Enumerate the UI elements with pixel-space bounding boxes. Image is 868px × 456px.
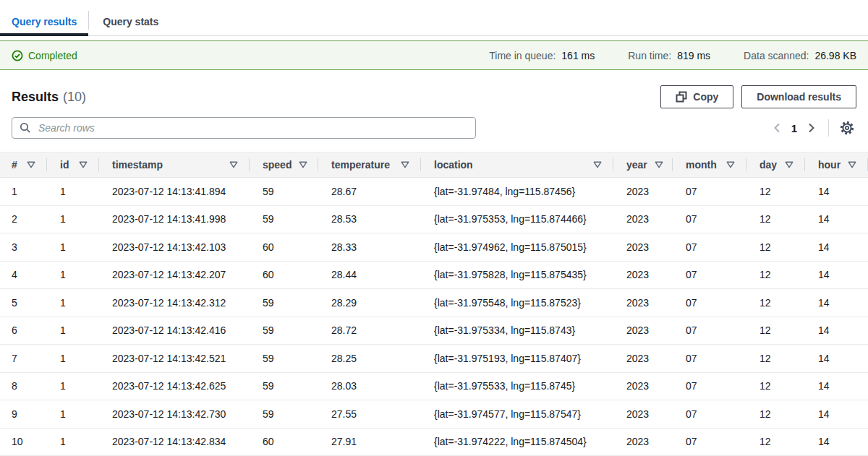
table-cell: 1 xyxy=(47,429,99,456)
table-cell: 28.72 xyxy=(318,317,421,345)
table-row: 712023-07-12 14:13:42.5215928.25{lat=-31… xyxy=(0,345,868,373)
table-cell: 28.67 xyxy=(318,178,421,205)
table-cell: 12 xyxy=(746,262,805,289)
table-cell: 14 xyxy=(805,400,868,428)
results-count: (10) xyxy=(63,90,86,105)
table-cell: 2023 xyxy=(613,400,673,428)
column-header-label: location xyxy=(434,159,473,171)
metric-data-scanned: Data scanned: 26.98 KB xyxy=(744,50,856,61)
table-cell: 2023 xyxy=(613,317,673,345)
search-icon xyxy=(20,122,31,137)
table-row: 912023-07-12 14:13:42.7305927.55{lat=-31… xyxy=(0,400,868,429)
table-cell: 2023 xyxy=(613,178,673,205)
table-cell: 2023 xyxy=(613,233,673,261)
table-cell: {lat=-31.975548, lng=115.87523} xyxy=(421,289,613,317)
column-header-label: year xyxy=(626,159,647,171)
table-cell: 28.03 xyxy=(318,373,421,400)
table-cell: 07 xyxy=(673,289,746,317)
table-cell: 2023-07-12 14:13:42.834 xyxy=(99,429,250,456)
column-filter-icon[interactable] xyxy=(778,161,793,168)
table-cell: 07 xyxy=(673,400,746,428)
pagination-next-button[interactable] xyxy=(802,119,821,137)
table-cell: 07 xyxy=(673,233,746,261)
column-header-label: id xyxy=(60,159,69,171)
status-text: Completed xyxy=(28,50,77,61)
table-cell: 2023-07-12 14:13:41.894 xyxy=(99,178,250,205)
table-body: 112023-07-12 14:13:41.8945928.67{lat=-31… xyxy=(0,178,868,456)
table-cell: 59 xyxy=(250,206,318,233)
table-cell: 6 xyxy=(0,317,47,345)
pagination-prev-button[interactable] xyxy=(767,119,786,137)
table-cell: 7 xyxy=(0,345,47,372)
table-cell: 2023-07-12 14:13:42.312 xyxy=(99,289,250,317)
table-cell: 10 xyxy=(0,429,47,456)
table-cell: {lat=-31.975193, lng=115.87407} xyxy=(421,345,613,372)
table-cell: 14 xyxy=(805,429,868,456)
column-header: speed xyxy=(250,152,318,177)
column-filter-icon[interactable] xyxy=(586,161,602,168)
column-filter-icon[interactable] xyxy=(222,161,238,168)
metric-time-in-queue: Time in queue: 161 ms xyxy=(489,50,595,61)
table-cell: 1 xyxy=(47,233,99,261)
settings-button[interactable] xyxy=(838,119,856,137)
table-cell: 28.29 xyxy=(318,289,421,317)
table-cell: 59 xyxy=(250,178,318,205)
table-cell: 28.53 xyxy=(318,206,421,233)
table-cell: {lat=-31.975828, lng=115.875435} xyxy=(421,262,613,289)
column-header: timestamp xyxy=(99,152,250,177)
table-cell: 12 xyxy=(746,289,805,317)
table-cell: 07 xyxy=(673,317,746,345)
table-cell: 9 xyxy=(0,400,47,428)
column-filter-icon[interactable] xyxy=(292,161,307,168)
table-cell: 59 xyxy=(250,289,318,317)
table-cell: 07 xyxy=(673,206,746,233)
column-filter-icon[interactable] xyxy=(20,161,35,168)
query-status-bar: Completed Time in queue: 161 ms Run time… xyxy=(0,40,868,70)
table-cell: 60 xyxy=(250,429,318,456)
gear-icon xyxy=(840,121,854,135)
table-header: #idtimestampspeedtemperaturelocationyear… xyxy=(0,152,868,178)
download-results-button[interactable]: Download results xyxy=(741,85,856,108)
table-cell: 59 xyxy=(250,373,318,400)
table-cell: 2023-07-12 14:13:41.998 xyxy=(99,206,250,233)
column-header-label: timestamp xyxy=(112,159,163,171)
table-row: 512023-07-12 14:13:42.3125928.29{lat=-31… xyxy=(0,289,868,317)
tab-query-results[interactable]: Query results xyxy=(0,7,88,35)
table-cell: 12 xyxy=(746,345,805,372)
table-cell: 14 xyxy=(805,262,868,289)
table-cell: 2023-07-12 14:13:42.416 xyxy=(99,317,250,345)
search-input[interactable] xyxy=(12,117,476,139)
table-cell: 1 xyxy=(47,206,99,233)
table-cell: 1 xyxy=(47,345,99,372)
column-filter-icon[interactable] xyxy=(719,161,735,168)
column-header: # xyxy=(0,152,47,177)
table-cell: 07 xyxy=(673,429,746,456)
column-header-label: day xyxy=(760,159,777,171)
chevron-right-icon xyxy=(808,123,815,133)
column-header-label: temperature xyxy=(331,159,390,171)
table-row: 112023-07-12 14:13:41.8945928.67{lat=-31… xyxy=(0,178,868,206)
table-cell: 8 xyxy=(0,373,47,400)
column-header-label: # xyxy=(12,159,17,171)
column-filter-icon[interactable] xyxy=(393,161,409,168)
column-header: id xyxy=(47,152,99,177)
page-number[interactable]: 1 xyxy=(786,122,802,134)
table-cell: 1 xyxy=(47,317,99,345)
table-cell: 27.55 xyxy=(318,400,421,428)
copy-button[interactable]: Copy xyxy=(660,85,733,108)
tab-query-stats[interactable]: Query stats xyxy=(89,7,172,35)
table-cell: 2023-07-12 14:13:42.625 xyxy=(99,373,250,400)
table-cell: 60 xyxy=(250,262,318,289)
table-cell: 12 xyxy=(746,233,805,261)
table-cell: 28.33 xyxy=(318,233,421,261)
table-cell: 2023 xyxy=(613,262,673,289)
table-cell: {lat=-31.974962, lng=115.875015} xyxy=(421,233,613,261)
column-filter-icon[interactable] xyxy=(841,161,856,168)
table-cell: 2023 xyxy=(613,373,673,400)
column-filter-icon[interactable] xyxy=(647,161,663,168)
column-header: temperature xyxy=(318,152,421,177)
table-cell: {lat=-31.975353, lng=115.874466} xyxy=(421,206,613,233)
column-filter-icon[interactable] xyxy=(72,161,88,168)
table-cell: 2023-07-12 14:13:42.207 xyxy=(99,262,250,289)
table-row: 1012023-07-12 14:13:42.8346027.91{lat=-3… xyxy=(0,429,868,456)
